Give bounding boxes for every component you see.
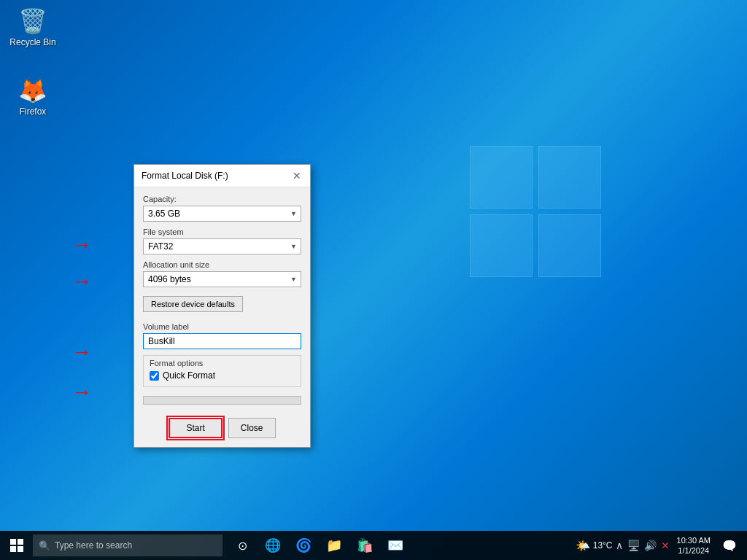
start-button[interactable]: Start bbox=[169, 418, 222, 438]
dialog-title: Format Local Disk (F:) bbox=[142, 171, 228, 181]
windows-start-icon bbox=[10, 539, 23, 552]
firefox-icon[interactable]: 🦊 Firefox bbox=[4, 73, 62, 120]
search-icon: 🔍 bbox=[39, 540, 50, 551]
recycle-bin-image: 🗑️ bbox=[18, 7, 47, 36]
firefox-label: Firefox bbox=[20, 106, 47, 117]
restore-defaults-button[interactable]: Restore device defaults bbox=[143, 296, 243, 312]
volume-label-label: Volume label bbox=[143, 322, 301, 331]
tray-error-icon[interactable]: ✕ bbox=[661, 540, 670, 551]
svg-rect-0 bbox=[10, 539, 16, 545]
start-button-taskbar[interactable] bbox=[0, 531, 33, 560]
arrow-1: → bbox=[71, 233, 92, 257]
task-view-button[interactable]: ⊙ bbox=[228, 531, 256, 560]
firefox-image: 🦊 bbox=[18, 76, 47, 105]
arrow-3: → bbox=[71, 341, 92, 364]
dialog-close-button[interactable]: ✕ bbox=[291, 171, 303, 181]
clock[interactable]: 10:30 AM 1/1/2024 bbox=[673, 535, 715, 556]
system-tray: ∧ 🖥️ 🔊 ✕ bbox=[616, 540, 670, 551]
taskbar-explorer-icon[interactable]: 🌐 bbox=[259, 531, 287, 560]
search-box[interactable]: 🔍 Type here to search bbox=[33, 534, 222, 556]
notification-button[interactable]: 🗨️ bbox=[718, 531, 741, 560]
taskbar-folder-icon[interactable]: 📁 bbox=[320, 531, 348, 560]
taskbar: 🔍 Type here to search ⊙ 🌐 🌀 📁 🛍️ ✉️ 🌤️ 1… bbox=[0, 531, 747, 560]
search-placeholder: Type here to search bbox=[55, 540, 132, 551]
filesystem-wrapper: FAT32 NTFS exFAT bbox=[143, 238, 301, 254]
capacity-select[interactable]: 3.65 GB bbox=[143, 206, 301, 222]
taskbar-right: 🌤️ 13°C ∧ 🖥️ 🔊 ✕ 10:30 AM 1/1/2024 🗨️ bbox=[576, 531, 747, 560]
format-options-legend: Format options bbox=[150, 359, 295, 368]
svg-rect-3 bbox=[18, 546, 23, 552]
recycle-bin-label: Recycle Bin bbox=[9, 37, 55, 47]
dialog-body: Capacity: 3.65 GB File system FAT32 NTFS… bbox=[134, 187, 310, 412]
arrow-4: → bbox=[71, 381, 92, 404]
quick-format-label[interactable]: Quick Format bbox=[163, 370, 215, 381]
clock-date: 1/1/2024 bbox=[677, 545, 711, 556]
filesystem-label: File system bbox=[143, 228, 301, 236]
weather-icon: 🌤️ bbox=[576, 539, 590, 553]
arrow-2: → bbox=[71, 270, 92, 293]
temperature: 13°C bbox=[593, 540, 613, 551]
capacity-label: Capacity: bbox=[143, 195, 301, 203]
svg-rect-2 bbox=[10, 546, 16, 552]
filesystem-select[interactable]: FAT32 NTFS exFAT bbox=[143, 238, 301, 254]
taskbar-store-icon[interactable]: 🛍️ bbox=[351, 531, 379, 560]
dialog-titlebar: Format Local Disk (F:) ✕ bbox=[134, 165, 310, 187]
desktop: 🗑️ Recycle Bin 🦊 Firefox → → → → Format … bbox=[0, 0, 747, 560]
clock-time: 10:30 AM bbox=[677, 535, 711, 545]
tray-speaker-icon[interactable]: 🔊 bbox=[644, 540, 657, 551]
capacity-wrapper: 3.65 GB bbox=[143, 206, 301, 222]
windows-logo-watermark bbox=[470, 146, 616, 292]
format-dialog: Format Local Disk (F:) ✕ Capacity: 3.65 … bbox=[133, 164, 311, 448]
taskbar-center: ⊙ 🌐 🌀 📁 🛍️ ✉️ bbox=[228, 531, 409, 560]
dialog-footer: Start Close bbox=[134, 412, 310, 447]
format-options-group: Format options Quick Format bbox=[143, 355, 301, 387]
allocation-select[interactable]: 512 bytes 1024 bytes 2048 bytes 4096 byt… bbox=[143, 271, 301, 287]
quick-format-row: Quick Format bbox=[150, 370, 295, 381]
svg-rect-1 bbox=[18, 539, 23, 545]
allocation-label: Allocation unit size bbox=[143, 260, 301, 269]
progress-bar bbox=[143, 396, 301, 405]
close-button[interactable]: Close bbox=[228, 418, 276, 438]
quick-format-checkbox[interactable] bbox=[150, 371, 159, 381]
tray-network-icon[interactable]: 🖥️ bbox=[627, 540, 640, 551]
recycle-bin-icon[interactable]: 🗑️ Recycle Bin bbox=[4, 4, 62, 50]
tray-chevron[interactable]: ∧ bbox=[616, 540, 623, 551]
taskbar-edge-icon[interactable]: 🌀 bbox=[290, 531, 317, 560]
taskbar-mail-icon[interactable]: ✉️ bbox=[382, 531, 409, 560]
allocation-wrapper: 512 bytes 1024 bytes 2048 bytes 4096 byt… bbox=[143, 271, 301, 287]
volume-label-input[interactable] bbox=[143, 333, 301, 349]
weather-widget[interactable]: 🌤️ 13°C bbox=[576, 539, 613, 553]
